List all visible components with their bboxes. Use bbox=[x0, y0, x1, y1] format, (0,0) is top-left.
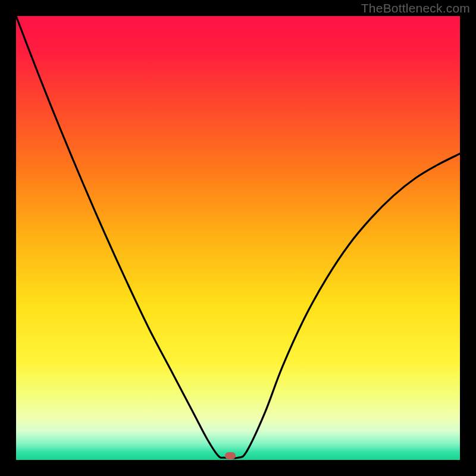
chart-frame: TheBottleneck.com bbox=[0, 0, 476, 476]
sweet-spot-marker bbox=[225, 452, 236, 459]
gradient-background bbox=[16, 16, 460, 460]
plot-svg bbox=[16, 16, 460, 460]
plot-area bbox=[16, 16, 460, 460]
watermark-text: TheBottleneck.com bbox=[361, 1, 470, 15]
